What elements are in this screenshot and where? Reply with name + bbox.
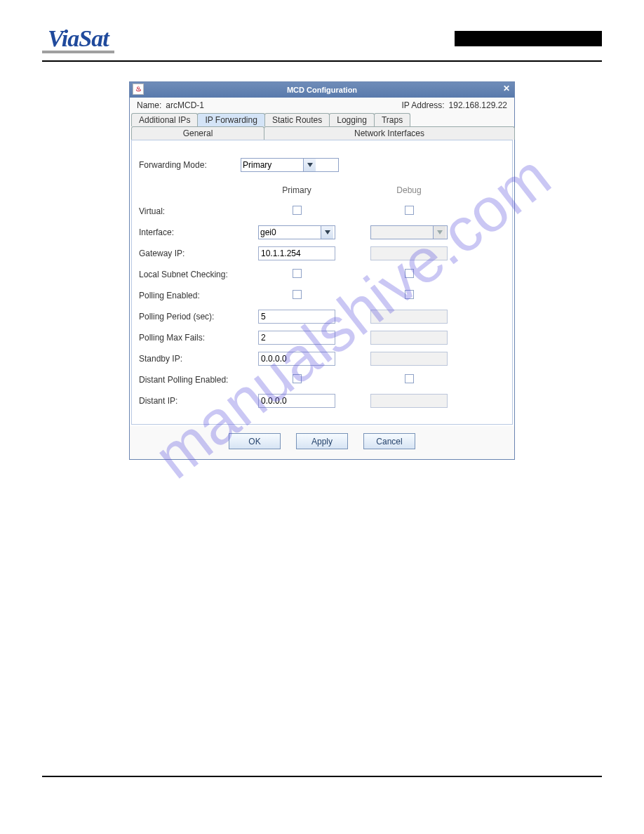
dialog-titlebar[interactable]: ♨ MCD Configuration ✕: [130, 82, 514, 98]
chevron-down-icon[interactable]: [321, 226, 333, 239]
form-panel: Forwarding Mode: Primary Debug Virtual:: [131, 140, 513, 425]
chevron-down-icon: [433, 226, 445, 239]
dialog-button-row: OK Apply Cancel: [130, 426, 514, 459]
local-subnet-label: Local Subnet Checking:: [139, 270, 241, 279]
standby-ip-primary-input[interactable]: [258, 352, 335, 366]
local-subnet-debug-checkbox[interactable]: [405, 269, 414, 278]
virtual-primary-checkbox[interactable]: [293, 206, 302, 215]
ip-address-value: 192.168.129.22: [449, 100, 507, 110]
polling-period-primary-input[interactable]: [258, 310, 335, 324]
interface-label: Interface:: [139, 227, 241, 237]
divider-bottom: [42, 776, 602, 777]
divider-top: [42, 60, 602, 62]
polling-max-fails-primary-input[interactable]: [258, 331, 335, 345]
dialog-info-row: Name: arcMCD-1 IP Address: 192.168.129.2…: [130, 98, 514, 113]
gateway-ip-debug-input: [370, 246, 448, 260]
distant-ip-primary-input[interactable]: [258, 394, 335, 408]
ip-address-label: IP Address:: [401, 100, 444, 110]
tab-traps[interactable]: Traps: [374, 113, 410, 126]
polling-max-fails-label: Polling Max Fails:: [139, 333, 241, 343]
standby-ip-debug-input: [370, 352, 448, 366]
viasat-logo: ViaSat: [42, 27, 114, 53]
column-header-primary: Primary: [241, 185, 353, 195]
distant-polling-primary-checkbox[interactable]: [293, 374, 302, 383]
apply-button[interactable]: Apply: [296, 433, 348, 449]
column-header-debug: Debug: [353, 185, 465, 195]
tab-network-interfaces[interactable]: Network Interfaces: [264, 126, 515, 140]
gateway-ip-primary-input[interactable]: [258, 246, 335, 260]
svg-marker-1: [325, 230, 330, 234]
interface-primary-select[interactable]: [258, 225, 335, 239]
tab-strip-primary: Additional IPs IP Forwarding Static Rout…: [130, 113, 514, 126]
forwarding-mode-label: Forwarding Mode:: [139, 160, 241, 170]
java-icon: ♨: [133, 84, 144, 95]
tab-static-routes[interactable]: Static Routes: [264, 113, 330, 126]
local-subnet-primary-checkbox[interactable]: [293, 269, 302, 278]
dialog-title: MCD Configuration: [287, 86, 357, 94]
chevron-down-icon[interactable]: [303, 159, 316, 171]
tab-strip-secondary: General Network Interfaces: [130, 126, 514, 140]
standby-ip-label: Standby IP:: [139, 354, 241, 364]
tab-ip-forwarding[interactable]: IP Forwarding: [197, 113, 264, 126]
forwarding-mode-value[interactable]: [241, 159, 303, 171]
polling-max-fails-debug-input: [370, 331, 448, 345]
name-value: arcMCD-1: [166, 100, 204, 110]
virtual-label: Virtual:: [139, 206, 241, 216]
ok-button[interactable]: OK: [229, 433, 281, 449]
distant-polling-debug-checkbox[interactable]: [405, 374, 414, 383]
virtual-debug-checkbox[interactable]: [405, 206, 414, 215]
interface-debug-value: [371, 226, 433, 239]
tab-logging[interactable]: Logging: [329, 113, 375, 126]
name-label: Name:: [137, 100, 161, 110]
gateway-ip-label: Gateway IP:: [139, 249, 241, 258]
interface-debug-select: [370, 225, 448, 239]
svg-marker-0: [307, 163, 313, 167]
polling-period-debug-input: [370, 310, 448, 324]
tab-general[interactable]: General: [131, 126, 264, 140]
distant-polling-label: Distant Polling Enabled:: [139, 375, 241, 385]
polling-enabled-label: Polling Enabled:: [139, 291, 241, 300]
svg-marker-2: [437, 230, 443, 234]
interface-primary-value[interactable]: [259, 226, 321, 239]
close-icon[interactable]: ✕: [502, 84, 511, 94]
distant-ip-label: Distant IP:: [139, 396, 241, 406]
header-black-bar: [455, 31, 602, 46]
cancel-button[interactable]: Cancel: [363, 433, 415, 449]
forwarding-mode-select[interactable]: [241, 158, 339, 172]
distant-ip-debug-input: [370, 394, 448, 408]
tab-additional-ips[interactable]: Additional IPs: [131, 113, 198, 126]
mcd-config-dialog: ♨ MCD Configuration ✕ Name: arcMCD-1 IP …: [129, 81, 515, 460]
polling-enabled-debug-checkbox[interactable]: [405, 290, 414, 299]
polling-enabled-primary-checkbox[interactable]: [293, 290, 302, 299]
polling-period-label: Polling Period (sec):: [139, 312, 241, 322]
